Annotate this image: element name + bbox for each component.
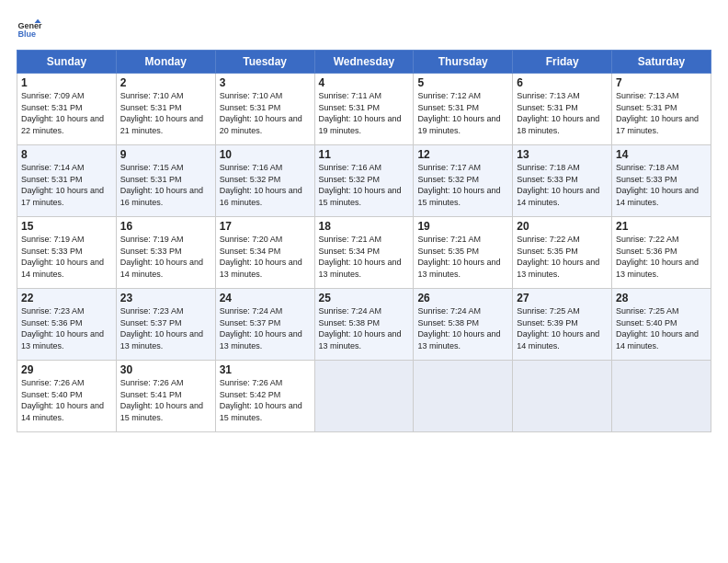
day-info: Sunrise: 7:22 AMSunset: 5:36 PMDaylight:… <box>616 235 699 279</box>
day-number: 2 <box>120 76 211 89</box>
day-number: 26 <box>417 292 508 304</box>
calendar-cell: 7Sunrise: 7:13 AMSunset: 5:31 PMDaylight… <box>612 74 711 145</box>
calendar-cell: 19Sunrise: 7:21 AMSunset: 5:35 PMDayligh… <box>414 217 513 289</box>
day-number: 11 <box>319 148 410 161</box>
day-info: Sunrise: 7:26 AMSunset: 5:41 PMDaylight:… <box>120 378 203 422</box>
day-number: 3 <box>220 76 311 89</box>
day-number: 16 <box>120 220 211 233</box>
day-number: 18 <box>319 220 410 233</box>
logo-icon: General Blue <box>17 17 42 42</box>
col-header-tuesday: Tuesday <box>215 51 314 74</box>
calendar-cell: 10Sunrise: 7:16 AMSunset: 5:32 PMDayligh… <box>215 145 314 217</box>
day-info: Sunrise: 7:14 AMSunset: 5:31 PMDaylight:… <box>21 163 104 207</box>
day-info: Sunrise: 7:19 AMSunset: 5:33 PMDaylight:… <box>21 235 104 279</box>
day-info: Sunrise: 7:10 AMSunset: 5:31 PMDaylight:… <box>120 91 203 135</box>
day-info: Sunrise: 7:23 AMSunset: 5:36 PMDaylight:… <box>21 306 104 350</box>
day-info: Sunrise: 7:20 AMSunset: 5:34 PMDaylight:… <box>220 235 302 279</box>
svg-text:Blue: Blue <box>17 29 36 39</box>
day-number: 21 <box>616 220 707 233</box>
calendar-cell: 14Sunrise: 7:18 AMSunset: 5:33 PMDayligh… <box>612 145 711 217</box>
day-number: 20 <box>517 220 608 233</box>
day-info: Sunrise: 7:21 AMSunset: 5:34 PMDaylight:… <box>319 235 402 279</box>
day-info: Sunrise: 7:12 AMSunset: 5:31 PMDaylight:… <box>417 91 500 135</box>
day-number: 24 <box>220 292 311 304</box>
day-number: 4 <box>319 76 410 89</box>
day-info: Sunrise: 7:26 AMSunset: 5:40 PMDaylight:… <box>21 378 104 422</box>
calendar-cell: 13Sunrise: 7:18 AMSunset: 5:33 PMDayligh… <box>513 145 612 217</box>
col-header-sunday: Sunday <box>17 51 117 74</box>
day-info: Sunrise: 7:16 AMSunset: 5:32 PMDaylight:… <box>220 163 302 207</box>
day-info: Sunrise: 7:24 AMSunset: 5:38 PMDaylight:… <box>319 306 402 350</box>
day-info: Sunrise: 7:23 AMSunset: 5:37 PMDaylight:… <box>120 306 203 350</box>
calendar-cell: 6Sunrise: 7:13 AMSunset: 5:31 PMDaylight… <box>513 74 612 145</box>
day-number: 1 <box>21 76 112 89</box>
col-header-saturday: Saturday <box>612 51 711 74</box>
calendar-cell: 30Sunrise: 7:26 AMSunset: 5:41 PMDayligh… <box>116 361 215 432</box>
day-number: 8 <box>21 148 112 161</box>
day-info: Sunrise: 7:09 AMSunset: 5:31 PMDaylight:… <box>21 91 104 135</box>
day-info: Sunrise: 7:10 AMSunset: 5:31 PMDaylight:… <box>220 91 302 135</box>
calendar-cell: 28Sunrise: 7:25 AMSunset: 5:40 PMDayligh… <box>612 289 711 361</box>
day-info: Sunrise: 7:15 AMSunset: 5:31 PMDaylight:… <box>120 163 203 207</box>
day-number: 25 <box>319 292 410 304</box>
day-info: Sunrise: 7:21 AMSunset: 5:35 PMDaylight:… <box>417 235 500 279</box>
logo: General Blue <box>17 17 42 42</box>
calendar-cell: 31Sunrise: 7:26 AMSunset: 5:42 PMDayligh… <box>215 361 314 432</box>
day-info: Sunrise: 7:19 AMSunset: 5:33 PMDaylight:… <box>120 235 203 279</box>
calendar-cell: 12Sunrise: 7:17 AMSunset: 5:32 PMDayligh… <box>414 145 513 217</box>
day-info: Sunrise: 7:17 AMSunset: 5:32 PMDaylight:… <box>417 163 500 207</box>
day-info: Sunrise: 7:13 AMSunset: 5:31 PMDaylight:… <box>517 91 599 135</box>
calendar-cell: 21Sunrise: 7:22 AMSunset: 5:36 PMDayligh… <box>612 217 711 289</box>
calendar-row-2: 8Sunrise: 7:14 AMSunset: 5:31 PMDaylight… <box>17 145 711 217</box>
day-info: Sunrise: 7:13 AMSunset: 5:31 PMDaylight:… <box>616 91 699 135</box>
calendar-cell: 22Sunrise: 7:23 AMSunset: 5:36 PMDayligh… <box>17 289 117 361</box>
calendar-cell: 15Sunrise: 7:19 AMSunset: 5:33 PMDayligh… <box>17 217 117 289</box>
day-number: 29 <box>21 363 112 376</box>
day-number: 13 <box>517 148 608 161</box>
calendar-cell: 9Sunrise: 7:15 AMSunset: 5:31 PMDaylight… <box>116 145 215 217</box>
day-number: 31 <box>220 363 311 376</box>
day-number: 30 <box>120 363 211 376</box>
day-number: 14 <box>616 148 707 161</box>
day-number: 10 <box>220 148 311 161</box>
day-info: Sunrise: 7:24 AMSunset: 5:37 PMDaylight:… <box>220 306 302 350</box>
day-info: Sunrise: 7:25 AMSunset: 5:39 PMDaylight:… <box>517 306 599 350</box>
day-info: Sunrise: 7:24 AMSunset: 5:38 PMDaylight:… <box>417 306 500 350</box>
calendar-cell: 29Sunrise: 7:26 AMSunset: 5:40 PMDayligh… <box>17 361 117 432</box>
calendar-cell: 26Sunrise: 7:24 AMSunset: 5:38 PMDayligh… <box>414 289 513 361</box>
calendar-cell: 24Sunrise: 7:24 AMSunset: 5:37 PMDayligh… <box>215 289 314 361</box>
calendar-row-1: 1Sunrise: 7:09 AMSunset: 5:31 PMDaylight… <box>17 74 711 145</box>
day-number: 28 <box>616 292 707 304</box>
calendar-table: SundayMondayTuesdayWednesdayThursdayFrid… <box>17 50 711 432</box>
day-info: Sunrise: 7:18 AMSunset: 5:33 PMDaylight:… <box>616 163 699 207</box>
calendar-cell: 2Sunrise: 7:10 AMSunset: 5:31 PMDaylight… <box>116 74 215 145</box>
day-number: 9 <box>120 148 211 161</box>
col-header-thursday: Thursday <box>414 51 513 74</box>
calendar-cell: 18Sunrise: 7:21 AMSunset: 5:34 PMDayligh… <box>314 217 414 289</box>
calendar-cell: 17Sunrise: 7:20 AMSunset: 5:34 PMDayligh… <box>215 217 314 289</box>
day-number: 23 <box>120 292 211 304</box>
calendar-cell: 4Sunrise: 7:11 AMSunset: 5:31 PMDaylight… <box>314 74 414 145</box>
day-info: Sunrise: 7:26 AMSunset: 5:42 PMDaylight:… <box>220 378 302 422</box>
day-number: 7 <box>616 76 707 89</box>
day-info: Sunrise: 7:18 AMSunset: 5:33 PMDaylight:… <box>517 163 599 207</box>
day-info: Sunrise: 7:16 AMSunset: 5:32 PMDaylight:… <box>319 163 402 207</box>
calendar-cell: 27Sunrise: 7:25 AMSunset: 5:39 PMDayligh… <box>513 289 612 361</box>
day-number: 15 <box>21 220 112 233</box>
day-number: 12 <box>417 148 508 161</box>
calendar-row-3: 15Sunrise: 7:19 AMSunset: 5:33 PMDayligh… <box>17 217 711 289</box>
calendar-cell: 5Sunrise: 7:12 AMSunset: 5:31 PMDaylight… <box>414 74 513 145</box>
day-number: 6 <box>517 76 608 89</box>
day-number: 17 <box>220 220 311 233</box>
day-info: Sunrise: 7:25 AMSunset: 5:40 PMDaylight:… <box>616 306 699 350</box>
calendar-cell <box>513 361 612 432</box>
calendar-cell: 11Sunrise: 7:16 AMSunset: 5:32 PMDayligh… <box>314 145 414 217</box>
day-info: Sunrise: 7:22 AMSunset: 5:35 PMDaylight:… <box>517 235 599 279</box>
calendar-cell: 16Sunrise: 7:19 AMSunset: 5:33 PMDayligh… <box>116 217 215 289</box>
day-info: Sunrise: 7:11 AMSunset: 5:31 PMDaylight:… <box>319 91 402 135</box>
day-number: 19 <box>417 220 508 233</box>
col-header-monday: Monday <box>116 51 215 74</box>
calendar-cell: 23Sunrise: 7:23 AMSunset: 5:37 PMDayligh… <box>116 289 215 361</box>
calendar-cell <box>612 361 711 432</box>
calendar-cell <box>314 361 414 432</box>
